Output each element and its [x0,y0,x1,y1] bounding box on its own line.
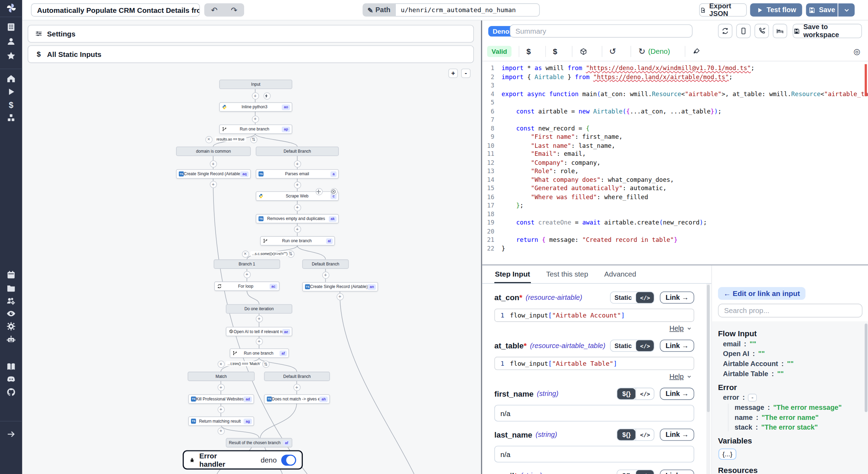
value-mode-segment[interactable]: ${} [617,470,636,474]
insert-step-button[interactable]: + [209,180,217,188]
package-button[interactable] [571,45,594,57]
insert-step-button[interactable]: + [294,226,301,233]
home-icon[interactable] [6,74,16,84]
help-link[interactable]: Help [669,325,684,332]
edit-or-link-input-button[interactable]: ← Edit or link an input [718,287,806,300]
link-button[interactable]: Link → [660,388,694,400]
value-input[interactable]: n/a [494,405,694,422]
flow-settings-bar[interactable]: Settings [28,25,474,43]
trigger-bolt-icon[interactable] [263,92,270,99]
flow-node-return-matching-result[interactable]: TSReturn matching resultag [188,416,254,426]
prop-row[interactable]: Airtable Table:"" [723,370,868,378]
link-button[interactable]: Link → [660,469,694,474]
insert-step-button[interactable]: + [256,338,263,345]
test-flow-button[interactable]: Test flow [750,3,802,17]
insert-step-button[interactable]: + [293,383,300,391]
code-mode-segment[interactable]: </> [636,470,654,474]
tab-test-this-step[interactable]: Test this step [545,265,589,283]
link-button[interactable]: Link → [660,429,694,441]
flow-node-create-single-record-aq[interactable]: TSCreate Single Record (Airtable)aq [176,169,251,179]
value-input[interactable]: n/a [494,446,694,463]
insert-step-button[interactable]: + [217,406,225,413]
focus-icon[interactable]: ◎ [853,47,860,56]
mobile-view-button[interactable] [736,24,751,38]
resources-icon[interactable] [6,113,16,123]
prop-row[interactable]: email:"" [723,340,868,348]
runs-icon[interactable] [6,87,16,97]
zoom-out-button[interactable]: - [461,69,470,78]
reset-button[interactable]: ↺ [601,45,623,57]
flow-node-match[interactable]: Match [188,372,255,381]
value-mode-segment[interactable]: Static [611,340,636,351]
flow-node-kill-professional-websites[interactable]: TSKill Professional Websites mentionsad [188,394,254,404]
flow-node-inline-python3[interactable]: Inline python3ao [219,102,292,112]
reload-language-button[interactable]: ↻(Deno) [631,45,677,57]
flow-node-do-one-iteration[interactable]: Do one iteration [226,304,292,314]
insert-step-button[interactable]: + [294,204,301,211]
flow-node-does-not-match[interactable]: TSDoes not match -> gives empty valueah [264,394,330,404]
error-handler-node[interactable]: Error handler deno [183,450,303,469]
code-mode-segment[interactable]: </> [636,340,654,351]
prop-row[interactable]: Airtable Account:"" [723,360,868,368]
flow-node-default-branch-2[interactable]: Default Branch [302,260,349,269]
flow-node-result-chosen-branch[interactable]: Result of the chosen branchaf [226,438,292,447]
remove-step-icon[interactable] [330,188,337,195]
link-button[interactable]: Link → [660,340,694,352]
favorites-icon[interactable] [6,51,16,61]
value-mode-segment[interactable]: Static [611,292,636,303]
flow-node-default-branch-3[interactable]: Default Branch [264,372,330,381]
docs-icon[interactable] [6,362,16,372]
flow-node-run-one-branch-ap[interactable]: Run one branchap [219,125,292,134]
insert-variable-button[interactable]: $ [545,45,564,57]
code-mode-segment[interactable]: </> [636,429,654,440]
swap-branches-icon[interactable]: ⇅ [250,136,257,143]
groups-icon[interactable] [6,296,16,306]
insert-step-button[interactable]: + [209,160,217,167]
object-chip[interactable]: {...} [719,449,736,460]
prop-row[interactable]: message:"The error message" [735,404,868,412]
link-button[interactable]: Link → [660,291,694,304]
reload-button[interactable] [718,24,732,38]
insert-step-button[interactable]: + [217,427,225,434]
user-icon[interactable] [6,36,16,46]
insert-step-button[interactable]: + [252,92,259,99]
swap-branches-icon[interactable]: ⇅ [262,360,269,367]
save-button[interactable]: Save [806,3,837,17]
phone-button[interactable] [754,24,769,38]
value-mode-segment[interactable]: ${} [617,388,636,399]
insert-step-button[interactable]: + [256,315,263,322]
flow-node-open-ai-relevant[interactable]: Open AI to tell if relevant resultae [226,327,292,336]
flow-node-domain-is-common[interactable]: domain is common [176,146,251,156]
search-prop-input[interactable] [718,304,862,318]
close-icon[interactable]: × [205,136,212,143]
flow-node-default-branch-1[interactable]: Default Branch [256,146,339,156]
redo-button[interactable]: ↷ [226,6,243,15]
schedules-icon[interactable] [6,270,16,280]
workers-icon[interactable] [6,335,16,345]
code-mode-segment[interactable]: </> [636,292,654,303]
prop-row[interactable]: name:"The error name" [735,414,868,421]
error-handler-toggle[interactable] [281,454,296,465]
flow-title-input[interactable]: Automatically Populate CRM Contact Detai… [31,3,200,17]
flow-static-inputs-bar[interactable]: $All Static Inputs [28,45,474,63]
tab-step-input[interactable]: Step Input [494,265,531,283]
save-dropdown-button[interactable] [838,3,855,17]
expand-sidebar-icon[interactable] [6,429,16,439]
insert-step-button[interactable]: + [217,383,225,391]
insert-step-button[interactable]: + [294,181,301,188]
expression-editor[interactable]: 1flow_input["Airtable Account"] [494,308,694,322]
insert-step-button[interactable]: + [252,115,259,122]
value-mode-segment[interactable]: ${} [617,429,636,440]
flow-node-for-loop[interactable]: For loopac [214,281,279,291]
undo-button[interactable]: ↶ [206,6,223,15]
flow-node-removes-empty-duplicates[interactable]: TSRemoves empty and duplicatesak [256,214,339,223]
sleep-button[interactable] [773,24,787,38]
path-input[interactable]: u/henri/crm_automated_no_human [395,3,540,17]
move-step-icon[interactable] [315,188,323,195]
step-scrollbar[interactable] [706,284,710,474]
zoom-in-button[interactable]: + [448,69,458,78]
audit-logs-icon[interactable] [6,308,16,319]
flow-node-run-one-branch-af[interactable]: Run one branchaf [230,348,289,358]
folders-icon[interactable] [6,283,16,293]
settings-icon[interactable] [6,321,16,331]
